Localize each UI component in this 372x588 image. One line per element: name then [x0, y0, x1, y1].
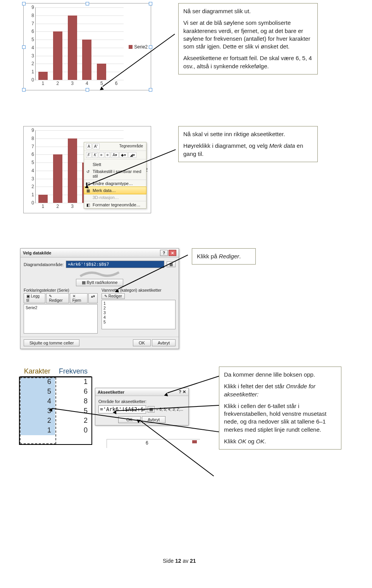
close-button[interactable]: ✕ — [169, 250, 176, 256]
menu-item-rotasjon: 3D-rotasjon… — [84, 194, 146, 201]
ok-button[interactable]: OK — [133, 339, 151, 346]
reset-icon: ↺ — [85, 169, 91, 174]
series-list[interactable]: Serie2 — [24, 304, 98, 334]
callout-4-p1: Da kommer denne lille boksen opp. — [224, 371, 336, 379]
list-item[interactable]: 2 — [103, 306, 174, 310]
font-size-box[interactable]: A˘ — [93, 144, 100, 149]
align-btn[interactable]: ≡ — [99, 152, 104, 158]
help-button[interactable]: ? — [179, 389, 181, 394]
axis-list[interactable]: 1 2 3 4 5 — [102, 300, 176, 329]
callout-2: Nå skal vi sette inn riktige akseetikett… — [178, 126, 318, 162]
cell[interactable]: 2 — [55, 416, 91, 425]
group-label: Tegneområde — [118, 144, 144, 149]
left-list-label: Forklaringstekster (Serie) — [24, 288, 98, 292]
callout-1: Nå ser diagrammet slik ut. Vi ser at de … — [178, 3, 318, 74]
dialog-akseetiketter[interactable]: Akseetiketter ? ✕ Område for akseetikett… — [95, 388, 189, 425]
cell[interactable]: 1 — [20, 425, 55, 435]
axis-range-label: Område for akseetiketter: — [98, 399, 185, 404]
callout-3-p1: Klikk på Rediger. — [197, 252, 251, 260]
axis-fragment: 6 — [107, 439, 200, 448]
arrow — [167, 376, 219, 393]
legend: Serie2 — [129, 44, 148, 50]
arrow — [139, 420, 214, 476]
callout-4-p4: Klikk OK og OK. — [224, 438, 336, 445]
menu-item-merk-data[interactable]: ▦Merk data… — [84, 187, 146, 194]
range-input[interactable]: =Ark6'!$B$2:$B$7 — [66, 261, 164, 268]
switch-row-col-button[interactable]: ▦ Bytt rad/kolonne — [76, 279, 124, 286]
cell[interactable]: 1 — [55, 377, 91, 387]
help-button[interactable]: ? — [160, 250, 168, 256]
arrow-head — [113, 410, 117, 414]
callout-1-p3: Akseetikettene er fortsatt feil. De skal… — [183, 54, 313, 70]
align-btn[interactable]: ≡ — [105, 152, 110, 158]
cell[interactable]: 6 — [20, 377, 55, 387]
up-down-button[interactable]: ▴▾ — [88, 293, 98, 303]
font-color-btn[interactable]: A▾ — [111, 152, 119, 158]
range-label: Diagramdataområde: — [24, 262, 64, 267]
fill-btn[interactable]: ◆▾ — [119, 152, 127, 158]
list-item[interactable]: 5 — [103, 320, 174, 324]
cell[interactable]: 0 — [55, 425, 91, 435]
dialog-title: Akseetiketter — [98, 390, 124, 394]
italic-btn[interactable]: F — [86, 152, 91, 158]
page-footer: Side 12 av 21 — [163, 558, 196, 564]
edit-button[interactable]: ✎ Rediger — [46, 293, 69, 303]
callout-2-p2: Høyreklikk i diagrammet, og velg Merk da… — [183, 142, 313, 158]
list-item[interactable]: 4 — [103, 315, 174, 320]
switch-arrows-icon — [78, 270, 121, 278]
font-size-box[interactable]: A — [86, 144, 92, 149]
col-header-frekvens: Frekvens — [55, 367, 91, 377]
callout-4-p3: Klikk i cellen der 6-tallet står i frekv… — [224, 402, 336, 434]
list-item[interactable]: Serie2 — [26, 305, 96, 310]
italic-btn[interactable]: K — [92, 152, 98, 158]
col-header-karakter: Karakter — [20, 367, 55, 377]
chart-1: 0123456789123456 Serie2 — [23, 3, 151, 90]
cell[interactable]: 6 — [55, 387, 91, 396]
close-button[interactable]: ✕ — [183, 389, 186, 394]
callout-2-p1: Nå skal vi sette inn riktige akseetikett… — [183, 130, 313, 138]
dialog-title: Velg datakilde — [23, 251, 51, 255]
cell[interactable]: 2 — [20, 416, 55, 425]
callout-3: Klikk på Rediger. — [192, 248, 256, 265]
callout-1-p1: Nå ser diagrammet slik ut. — [183, 7, 313, 15]
context-menu[interactable]: A A˘ Tegneområde F K ≡ ≡ A▾ ◆▾ ◢▾ Slett … — [84, 142, 146, 209]
menu-item-formater[interactable]: ◧Formater tegneområde… — [84, 201, 146, 208]
callout-4-p2: Klikk i feltet der det står Område for a… — [224, 382, 336, 398]
format-icon: ◧ — [85, 202, 91, 208]
add-button[interactable]: ▣ Legg til — [24, 293, 45, 303]
cell[interactable]: 5 — [20, 387, 55, 396]
cancel-button[interactable]: Avbryt — [152, 339, 176, 346]
edit-axis-button[interactable]: ✎ Rediger — [102, 293, 125, 299]
frequency-table[interactable]: Karakter Frekvens 61 56 48 35 22 10 — [20, 367, 91, 435]
dialog-velg-datakilde[interactable]: Velg datakilde ? ✕ Diagramdataområde: =A… — [20, 248, 179, 349]
remove-button[interactable]: ✕ Fjern — [70, 293, 88, 303]
list-item[interactable]: 1 — [103, 301, 174, 306]
legend-label: Serie2 — [134, 44, 148, 50]
chart-2: 0123456789123456 Serie2 A A˘ Tegneområde… — [23, 126, 151, 213]
right-list-label: Vannrette (kategori) akseetiketter — [102, 288, 176, 292]
cell[interactable]: 8 — [55, 396, 91, 406]
arrow-head — [48, 408, 52, 412]
callout-4: Da kommer denne lille boksen opp. Klikk … — [219, 367, 341, 450]
list-item[interactable]: 3 — [103, 310, 174, 315]
callout-1-p2: Vi ser at de blå søylene som symbolisert… — [183, 19, 313, 50]
outline-btn[interactable]: ◢▾ — [128, 152, 136, 158]
menu-item-endre-type[interactable]: ▮▯Endre diagramtype… — [84, 180, 146, 187]
cell[interactable]: 4 — [20, 396, 55, 406]
hidden-cells-button[interactable]: Skjulte og tomme celler — [24, 339, 79, 346]
